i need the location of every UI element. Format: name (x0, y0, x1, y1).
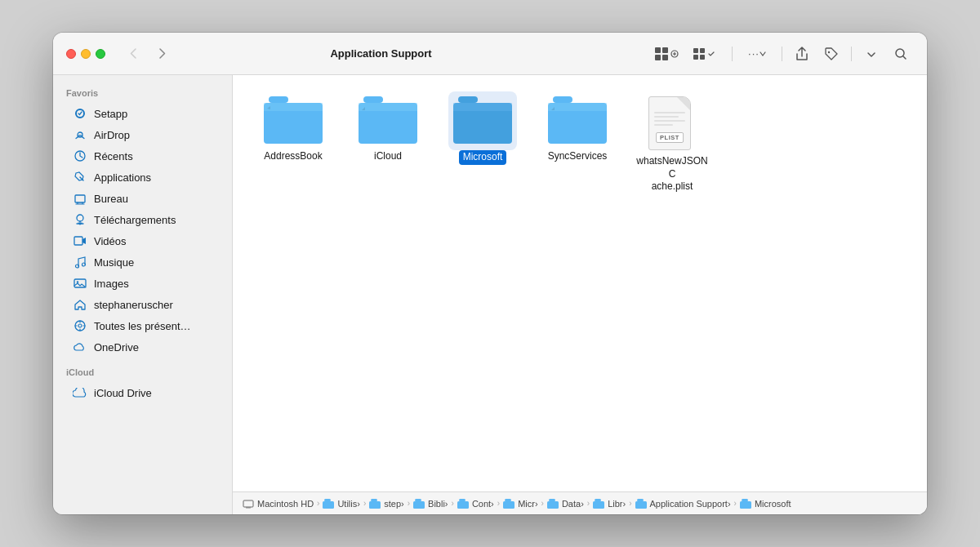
sidebar-item-applications[interactable]: Applications (60, 167, 225, 188)
breadcrumb-label-cont: Cont› (472, 499, 494, 509)
applications-icon (73, 170, 87, 185)
share-button[interactable] (789, 42, 815, 65)
sidebar-item-videos[interactable]: Vidéos (60, 230, 225, 251)
breadcrumb-bibli[interactable]: Bibli› (413, 499, 448, 509)
sidebar-item-bureau[interactable]: Bureau (60, 188, 225, 209)
file-syncservices[interactable]: SyncServices (537, 91, 618, 198)
sep6: › (541, 499, 544, 508)
breadcrumb-libr[interactable]: Libr› (593, 499, 626, 509)
breadcrumb-microsoft[interactable]: Microsoft (740, 499, 791, 509)
breadcrumb-macintosh[interactable]: Macintosh HD (243, 499, 314, 509)
maximize-button[interactable] (96, 49, 105, 59)
sidebar-label-setapp: Setapp (94, 108, 127, 120)
svg-rect-7 (693, 55, 698, 60)
icon-view-button[interactable] (653, 42, 679, 65)
search-button[interactable] (888, 42, 914, 65)
separator2 (782, 47, 782, 61)
svg-rect-37 (323, 501, 334, 509)
recents-icon (73, 149, 87, 163)
breadcrumb-appsupport[interactable]: Application Support› (635, 499, 731, 509)
sidebar-label-bureau: Bureau (94, 193, 128, 205)
sidebar-item-toutes[interactable]: Toutes les présent… (60, 315, 225, 336)
svg-rect-34 (243, 500, 253, 507)
list-view-button[interactable] (683, 42, 725, 65)
breadcrumb-label-libr: Libr› (608, 499, 626, 509)
sidebar-label-applications: Applications (94, 171, 151, 184)
svg-rect-1 (662, 47, 668, 53)
sidebar-label-toutes: Toutes les présent… (94, 320, 191, 332)
expand-button[interactable] (858, 42, 884, 65)
toolbar-right: ··· (653, 42, 914, 65)
svg-rect-45 (503, 501, 514, 509)
sidebar-label-stephaneruscher: stephaneruscher (94, 299, 173, 311)
file-addressbook[interactable]: AddressBook (252, 91, 334, 198)
breadcrumb-micr[interactable]: Micr› (503, 499, 537, 509)
sidebar-item-telechargements[interactable]: Téléchargements (60, 209, 225, 230)
sidebar-label-recents: Récents (94, 150, 133, 162)
svg-point-14 (77, 215, 83, 221)
sidebar-item-airdrop[interactable]: AirDrop (60, 124, 225, 145)
svg-point-16 (76, 265, 79, 268)
separator3 (851, 47, 852, 61)
sidebar-item-musique[interactable]: Musique (60, 251, 225, 273)
sidebar-label-videos: Vidéos (94, 235, 127, 247)
breadcrumb-step[interactable]: step› (369, 499, 403, 509)
videos-icon (73, 233, 87, 248)
icloud-drive-icon (73, 385, 87, 400)
svg-point-9 (828, 51, 830, 52)
file-label-icloud: iCloud (374, 150, 402, 163)
breadcrumb-cont[interactable]: Cont› (457, 499, 494, 509)
sidebar-label-icloud-drive: iCloud Drive (94, 387, 152, 399)
telechargements-icon (73, 212, 87, 227)
file-label-syncservices: SyncServices (548, 150, 608, 163)
breadcrumb-label-data: Data› (562, 499, 584, 509)
file-whatsnew[interactable]: PLIST whatsNewJSONCache.plist (631, 91, 713, 198)
file-area: AddressBook iCloud (233, 75, 927, 514)
svg-rect-22 (269, 96, 288, 103)
file-microsoft[interactable]: Microsoft (442, 91, 523, 198)
minimize-button[interactable] (81, 49, 91, 59)
action-button[interactable]: ··· (739, 42, 775, 65)
svg-point-19 (77, 281, 78, 282)
file-icloud[interactable]: iCloud (347, 91, 429, 198)
svg-rect-43 (457, 501, 469, 509)
finder-window: Application Support (53, 33, 927, 514)
svg-rect-53 (740, 501, 751, 509)
sidebar-label-musique: Musique (94, 256, 134, 269)
sidebar-item-icloud-drive[interactable]: iCloud Drive (60, 382, 225, 403)
file-label-addressbook: AddressBook (264, 150, 322, 163)
svg-rect-51 (635, 501, 647, 509)
toolbar: Application Support (53, 33, 927, 75)
breadcrumb-utils[interactable]: Utilis› (323, 499, 360, 509)
breadcrumb-label-micr: Micr› (518, 499, 537, 509)
sep2: › (363, 499, 366, 508)
sidebar-item-setapp[interactable]: Setapp (60, 103, 225, 124)
svg-rect-31 (553, 96, 572, 103)
sep3: › (408, 499, 410, 508)
sidebar-item-images[interactable]: Images (60, 273, 225, 294)
svg-rect-52 (742, 499, 748, 501)
sidebar-label-telechargements: Téléchargements (94, 214, 176, 226)
tag-button[interactable] (818, 42, 844, 65)
close-button[interactable] (66, 49, 76, 59)
sidebar-label-airdrop: AirDrop (94, 129, 130, 141)
sidebar-label-images: Images (94, 278, 129, 290)
sidebar-item-recents[interactable]: Récents (60, 145, 225, 167)
traffic-lights (66, 49, 105, 59)
sidebar-label-onedrive: OneDrive (94, 341, 139, 354)
sidebar-item-onedrive[interactable]: OneDrive (60, 336, 225, 358)
setapp-icon (73, 106, 87, 121)
svg-rect-8 (700, 55, 705, 60)
main-area: Favoris Setapp AirDrop Récents (53, 75, 927, 514)
svg-rect-13 (75, 195, 85, 202)
musique-icon (73, 255, 87, 269)
breadcrumb-data[interactable]: Data› (547, 499, 584, 509)
file-label-whatsnew: whatsNewJSONCache.plist (636, 155, 708, 193)
sep5: › (497, 499, 500, 508)
svg-rect-15 (74, 237, 82, 245)
status-bar: Macintosh HD › Utilis› › step› › Bibli› … (233, 491, 927, 514)
sidebar-item-stephaneruscher[interactable]: stephaneruscher (60, 294, 225, 315)
svg-rect-3 (662, 55, 668, 60)
sep8: › (629, 499, 631, 508)
sep7: › (587, 499, 590, 508)
